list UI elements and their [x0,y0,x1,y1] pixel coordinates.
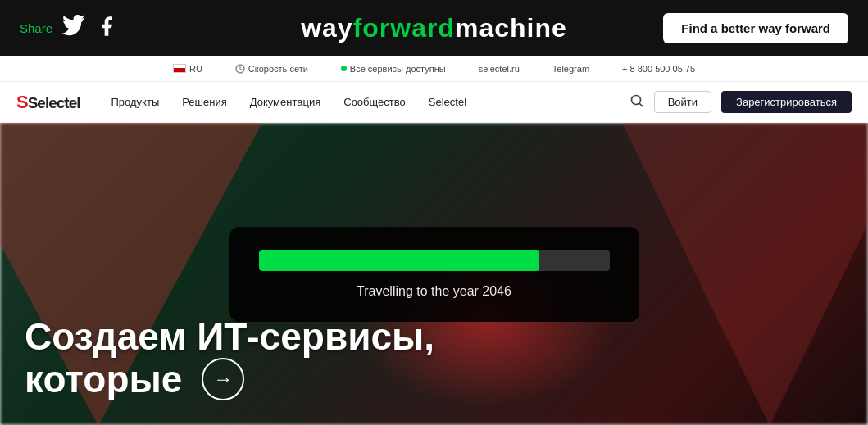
nav-link-solutions[interactable]: Решения [182,96,226,108]
website-link[interactable]: selectel.ru [479,64,520,74]
nav-link-products[interactable]: Продукты [111,96,160,108]
twitter-icon[interactable] [62,15,85,41]
loading-overlay: Travelling to the year 2046 [229,227,639,322]
progress-track [259,250,610,271]
network-status: Скорость сети [235,64,308,74]
logo-area: wayforwardmachine [301,13,567,43]
status-dot [341,66,347,71]
share-label: Share [20,21,52,35]
selectel-main-nav: SSelectel Продукты Решения Документация … [0,82,868,123]
cta-button[interactable]: Find a better way forward [663,13,848,43]
facebook-icon[interactable] [95,15,118,41]
hero-line1: Создаем ИТ-сервисы, [25,316,434,358]
loading-text: Travelling to the year 2046 [357,284,511,299]
nav-search-area: Войти Зарегистрироваться [629,91,852,113]
nav-link-docs[interactable]: Документация [250,96,321,108]
selectel-logo[interactable]: SSelectel [16,92,80,113]
hero-text: Создаем ИТ-сервисы, которые → [25,316,434,400]
site-logo: wayforwardmachine [301,13,567,43]
nav-link-community[interactable]: Сообщество [343,96,406,108]
flag-icon [173,64,186,73]
register-button[interactable]: Зарегистрироваться [721,91,852,113]
progress-bar [259,250,539,271]
bg-triangle-right [622,123,868,425]
hero-section: Создаем ИТ-сервисы, которые → Travelling… [0,123,868,425]
hero-line2: которые → [25,358,434,400]
lang-label: RU [189,64,202,74]
selectel-info-bar: RU Скорость сети Все сервисы доступны se… [0,56,868,82]
phone-number: + 8 800 500 05 75 [622,64,695,74]
svg-line-2 [639,103,643,106]
hero-arrow-button[interactable]: → [202,358,244,400]
services-status: Все сервисы доступны [341,64,446,74]
top-bar: Share wayforwardmachine Find a better wa… [0,0,868,56]
telegram-link[interactable]: Telegram [552,64,589,74]
share-area: Share [20,15,118,41]
svg-point-1 [631,95,640,104]
nav-link-selectel[interactable]: Selectel [429,96,466,108]
lang-selector[interactable]: RU [173,64,202,74]
search-icon[interactable] [629,93,644,111]
login-button[interactable]: Войти [654,91,711,113]
